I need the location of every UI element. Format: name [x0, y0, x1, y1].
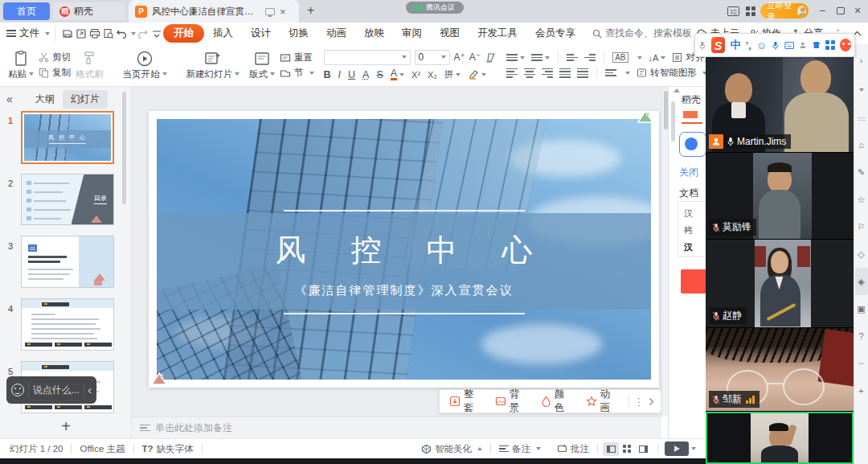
- tab-slides[interactable]: 幻灯片: [63, 90, 108, 109]
- slide-sorter-view-button[interactable]: [619, 442, 635, 456]
- menu-tab-review[interactable]: 审阅: [393, 27, 431, 40]
- menu-tab-member[interactable]: 会员专享: [526, 27, 584, 40]
- bullet-list-button[interactable]: [506, 54, 525, 61]
- video-tile-3[interactable]: 赵静: [706, 240, 854, 327]
- suite-button[interactable]: 整套: [446, 388, 487, 415]
- export-icon[interactable]: [74, 27, 88, 40]
- present-mode-icon[interactable]: [265, 8, 275, 15]
- smart-graphic-button[interactable]: 转智能图形: [637, 67, 707, 79]
- menu-tab-design[interactable]: 设计: [242, 27, 280, 40]
- cut-button[interactable]: 剪切: [39, 51, 71, 64]
- save-icon[interactable]: [60, 27, 74, 40]
- pinyin-guide-button[interactable]: 拼: [444, 68, 461, 80]
- panel-download-button[interactable]: [681, 269, 706, 294]
- clear-format-icon[interactable]: [485, 52, 497, 63]
- section-button[interactable]: 节: [280, 67, 314, 79]
- window-layout-icon[interactable]: 1▯: [727, 6, 739, 16]
- panel-scrollbar[interactable]: [671, 101, 675, 142]
- menu-tab-slideshow[interactable]: 放映: [355, 27, 393, 40]
- chat-input-placeholder[interactable]: 说点什么...: [33, 384, 80, 397]
- format-painter-button[interactable]: 格式刷: [71, 50, 108, 81]
- char-spacing-button[interactable]: A: [362, 69, 369, 80]
- all-apps-grid-icon[interactable]: [746, 6, 755, 16]
- menu-tab-transition[interactable]: 切换: [280, 27, 317, 40]
- decrease-indent-icon[interactable]: [567, 54, 578, 61]
- superscript-button[interactable]: X²: [411, 70, 420, 80]
- slide-title[interactable]: 风控中心: [157, 230, 651, 271]
- slide-canvas[interactable]: 风控中心 《廉洁自律管理制度》深入宣贯会议 整套 背景 颜色 动画: [132, 87, 661, 417]
- font-item[interactable]: 汉: [684, 239, 706, 256]
- slideshow-play-button[interactable]: [665, 441, 689, 456]
- bold-button[interactable]: B: [324, 69, 331, 80]
- font-item[interactable]: 栲: [684, 222, 706, 239]
- rail-comment-icon[interactable]: ⚐: [855, 213, 868, 240]
- distribute-icon[interactable]: [577, 68, 588, 78]
- animation-button[interactable]: 动画: [583, 388, 624, 415]
- slide-thumbnail-4[interactable]: [21, 298, 114, 351]
- subscript-button[interactable]: X₂: [428, 70, 437, 80]
- file-menu[interactable]: 文件: [6, 27, 50, 40]
- reading-view-button[interactable]: [635, 442, 651, 456]
- tab-outline[interactable]: 大纲: [35, 92, 55, 106]
- rail-pin-icon[interactable]: ✎: [855, 158, 868, 186]
- redo-icon[interactable]: [136, 27, 149, 40]
- play-options-caret[interactable]: [691, 447, 696, 450]
- line-spacing-icon[interactable]: [605, 69, 616, 76]
- menu-tab-home[interactable]: 开始: [163, 24, 204, 43]
- ime-toolbox-icon[interactable]: [825, 40, 835, 50]
- font-item[interactable]: 汉: [684, 205, 706, 222]
- ime-mascot-icon[interactable]: [840, 39, 851, 51]
- ime-mic-gray-icon[interactable]: [698, 40, 706, 51]
- highlight-button[interactable]: [468, 69, 486, 80]
- play-from-current-button[interactable]: 当页开始: [118, 50, 172, 81]
- sogou-logo-icon[interactable]: S: [711, 37, 726, 53]
- close-window-button[interactable]: ×: [854, 4, 861, 17]
- ime-lang-toggle[interactable]: 中: [730, 38, 740, 52]
- panel-action-button[interactable]: [679, 132, 706, 157]
- tab-docer[interactable]: 稻 稻壳: [53, 2, 125, 20]
- font-size-select[interactable]: 0: [415, 50, 450, 65]
- menu-tab-devtools[interactable]: 开发工具: [469, 27, 526, 40]
- align-center-icon[interactable]: [524, 68, 535, 78]
- panel-close-link[interactable]: 关闭: [679, 166, 698, 179]
- reset-button[interactable]: 重置: [280, 51, 314, 64]
- ime-skin-icon[interactable]: [812, 40, 821, 50]
- tab-home[interactable]: 首页: [3, 2, 50, 20]
- ime-keyboard-icon[interactable]: [784, 41, 794, 50]
- ime-punct-toggle[interactable]: ’,: [745, 39, 751, 51]
- meeting-chat-bubble[interactable]: 说点什么... ‹: [6, 376, 96, 404]
- quickbar-expand-icon[interactable]: [649, 397, 654, 406]
- font-color-button[interactable]: A: [391, 68, 404, 81]
- menu-tab-view[interactable]: 视图: [431, 27, 469, 40]
- ime-voice-icon[interactable]: [772, 40, 780, 51]
- new-tab-button[interactable]: +: [307, 3, 314, 18]
- rail-camera-icon[interactable]: ▣: [855, 295, 868, 322]
- meeting-floating-pill[interactable]: 腾讯会议: [406, 2, 464, 14]
- video-tile-1[interactable]: Martin.Jims: [706, 44, 854, 152]
- align-left-icon[interactable]: [506, 68, 518, 78]
- text-direction-button[interactable]: AB: [612, 52, 628, 63]
- justify-icon[interactable]: [559, 68, 571, 78]
- italic-button[interactable]: I: [338, 69, 341, 80]
- collapse-panel-icon[interactable]: «: [6, 92, 13, 105]
- menu-tab-insert[interactable]: 插入: [204, 27, 242, 40]
- emoji-icon[interactable]: [11, 384, 24, 396]
- align-right-icon[interactable]: [542, 68, 553, 78]
- slide-editor[interactable]: 风控中心 《廉洁自律管理制度》深入宣贯会议: [149, 111, 659, 388]
- missing-font-button[interactable]: T? 缺失字体: [134, 443, 202, 455]
- comment-button[interactable]: 批注: [549, 443, 597, 455]
- video-tile-2[interactable]: 莫励锋: [706, 153, 854, 239]
- sidebar-scrollbar[interactable]: [122, 92, 126, 204]
- strikethrough-button[interactable]: S: [376, 69, 383, 80]
- print-icon[interactable]: [88, 27, 101, 40]
- font-family-select[interactable]: [324, 50, 411, 65]
- login-button[interactable]: 立即登录: [760, 3, 809, 18]
- slide-thumbnail-2[interactable]: 目录: [21, 174, 114, 225]
- decrease-font-button[interactable]: A⁻: [469, 51, 481, 63]
- quickbar-more-icon[interactable]: ⋮: [634, 396, 645, 408]
- rail-add-icon[interactable]: +: [855, 377, 868, 404]
- sort-button[interactable]: ↓A: [649, 53, 666, 63]
- notes-placeholder[interactable]: 单击此处添加备注: [155, 421, 232, 435]
- color-button[interactable]: 颜色: [538, 388, 578, 415]
- rail-beautify-icon[interactable]: ◈: [855, 268, 868, 295]
